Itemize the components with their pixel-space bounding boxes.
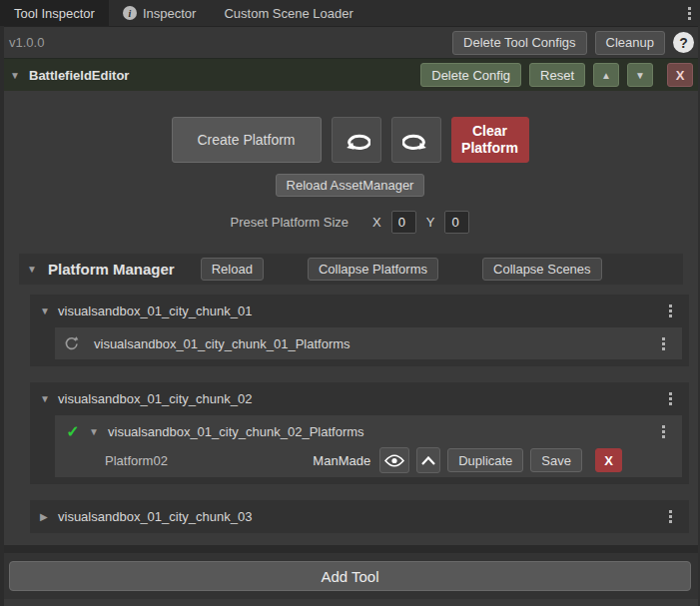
close-tool-button[interactable]: X [667, 63, 693, 87]
delete-tool-configs-button[interactable]: Delete Tool Configs [452, 31, 587, 55]
scene-name: visualsandbox_01_city_chunk_02 [58, 391, 654, 406]
rotate-cw-icon [402, 129, 430, 151]
platform-manager-header: ▼ Platform Manager Reload Collapse Platf… [19, 254, 683, 285]
eye-icon [384, 454, 404, 467]
create-platform-button[interactable]: Create Platform [172, 117, 322, 163]
move-down-button[interactable]: ▼ [627, 63, 653, 87]
reload-assetmanager-button[interactable]: Reload AssetManager [276, 174, 425, 197]
tab-bar: Tool Inspector i Inspector Custom Scene … [0, 0, 700, 26]
scene-group-chunk-01: ▼ visualsandbox_01_city_chunk_01 visuals… [30, 295, 689, 366]
platforms-group-name: visualsandbox_01_city_chunk_02_Platforms [108, 424, 646, 439]
preset-platform-size-row: Preset Platform Size X Y [0, 211, 700, 234]
info-icon: i [123, 6, 137, 20]
foldout-arrow-icon[interactable]: ▼ [10, 70, 23, 81]
reset-button[interactable]: Reset [529, 63, 585, 87]
chevron-up-icon [421, 456, 435, 465]
collapse-scenes-button[interactable]: Collapse Scenes [482, 258, 602, 281]
foldout-arrow-icon[interactable]: ▶ [40, 511, 53, 522]
platform-manager-title: Platform Manager [48, 261, 175, 278]
tab-label: Custom Scene Loader [224, 6, 352, 21]
platform-name: Platform02 [105, 453, 306, 468]
help-icon[interactable]: ? [673, 32, 694, 53]
tab-label: Inspector [143, 6, 196, 21]
collapse-platforms-button[interactable]: Collapse Platforms [308, 258, 438, 281]
preset-y-input[interactable] [444, 211, 469, 234]
window-menu-icon[interactable] [678, 0, 700, 26]
cleanup-button[interactable]: Cleanup [595, 31, 665, 55]
rotate-left-button[interactable] [332, 117, 381, 163]
kebab-menu-icon[interactable] [659, 304, 681, 317]
platforms-group-box: visualsandbox_01_city_chunk_01_Platforms [55, 327, 682, 359]
clear-platform-button[interactable]: Clear Platform [451, 117, 529, 163]
reload-assetmanager-row: Reload AssetManager [0, 174, 700, 197]
platforms-group-box: ✓ ▼ visualsandbox_01_city_chunk_02_Platf… [55, 415, 682, 477]
scene-name: visualsandbox_01_city_chunk_03 [58, 509, 654, 524]
foldout-arrow-icon[interactable]: ▼ [40, 305, 53, 316]
platforms-group-row[interactable]: visualsandbox_01_city_chunk_01_Platforms [55, 327, 682, 359]
refresh-icon [63, 335, 80, 352]
platform-type-label: ManMade [313, 453, 370, 468]
kebab-menu-icon[interactable] [652, 425, 674, 438]
platform-row: Platform02 ManMade Duplicate Save X [55, 447, 682, 477]
scene-row[interactable]: ▶ visualsandbox_01_city_chunk_03 [30, 500, 689, 533]
rotate-ccw-icon [343, 129, 370, 151]
check-icon: ✓ [63, 422, 83, 441]
tabbar-spacer [367, 0, 678, 26]
triangle-down-icon: ▼ [635, 70, 645, 81]
foldout-arrow-icon[interactable]: ▼ [40, 393, 53, 404]
tab-label: Tool Inspector [14, 6, 95, 21]
duplicate-button[interactable]: Duplicate [447, 448, 523, 472]
y-axis-label: Y [426, 215, 435, 230]
platforms-group-row[interactable]: ✓ ▼ visualsandbox_01_city_chunk_02_Platf… [55, 415, 682, 447]
tab-tool-inspector[interactable]: Tool Inspector [0, 0, 109, 26]
kebab-menu-icon[interactable] [652, 337, 674, 350]
scene-row[interactable]: ▼ visualsandbox_01_city_chunk_01 [30, 295, 689, 327]
preset-size-label: Preset Platform Size [231, 215, 350, 230]
tab-custom-scene-loader[interactable]: Custom Scene Loader [210, 0, 366, 26]
reload-button[interactable]: Reload [201, 258, 264, 281]
battlefield-editor-header: ▼ BattlefieldEditor Delete Config Reset … [0, 58, 700, 91]
move-up-button[interactable]: ▲ [593, 63, 619, 87]
toolbar: v1.0.0 Delete Tool Configs Cleanup ? [0, 26, 700, 58]
collapse-platform-button[interactable] [416, 447, 440, 473]
tool-title: BattlefieldEditor [29, 68, 412, 83]
window-left-edge [0, 26, 4, 606]
platforms-group-name: visualsandbox_01_city_chunk_01_Platforms [94, 336, 646, 351]
add-tool-button[interactable]: Add Tool [9, 561, 691, 591]
delete-config-button[interactable]: Delete Config [420, 63, 521, 87]
version-label: v1.0.0 [9, 35, 444, 50]
scene-group-chunk-02: ▼ visualsandbox_01_city_chunk_02 ✓ ▼ vis… [30, 382, 689, 484]
save-button[interactable]: Save [530, 448, 582, 472]
kebab-menu-icon[interactable] [659, 510, 681, 523]
tool-inspector-window: Tool Inspector i Inspector Custom Scene … [0, 0, 700, 606]
platform-actions-row: Create Platform Clear Platform [0, 117, 700, 163]
triangle-up-icon: ▲ [601, 70, 611, 81]
x-axis-label: X [372, 215, 381, 230]
foldout-arrow-icon[interactable]: ▼ [89, 426, 102, 437]
kebab-menu-icon[interactable] [659, 392, 681, 405]
rotate-right-button[interactable] [391, 117, 441, 163]
visibility-button[interactable] [379, 447, 409, 473]
foldout-arrow-icon[interactable]: ▼ [27, 264, 40, 275]
footer-separator [0, 545, 700, 553]
scene-row[interactable]: ▼ visualsandbox_01_city_chunk_02 [30, 382, 689, 415]
tab-inspector[interactable]: i Inspector [109, 0, 210, 26]
scene-name: visualsandbox_01_city_chunk_01 [58, 303, 654, 318]
footer: Add Tool [0, 553, 700, 599]
preset-x-input[interactable] [391, 211, 416, 234]
scene-group-chunk-03: ▶ visualsandbox_01_city_chunk_03 [30, 500, 689, 533]
delete-platform-button[interactable]: X [595, 448, 622, 472]
